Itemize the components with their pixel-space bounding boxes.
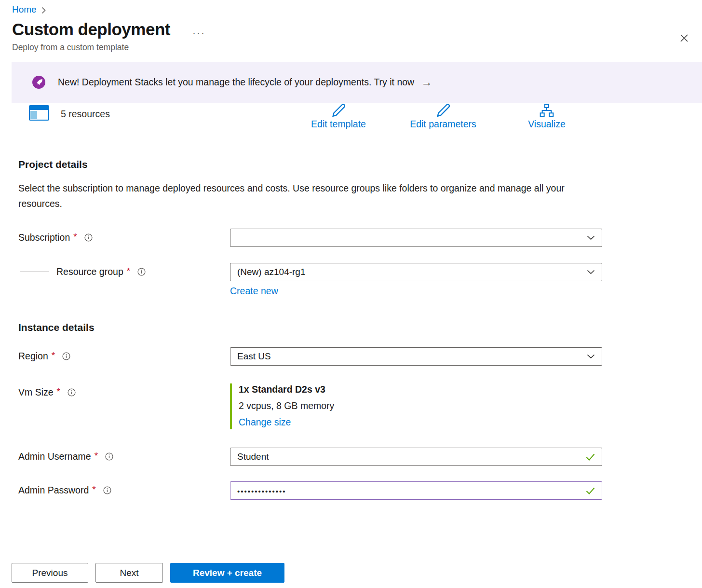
review-create-button[interactable]: Review + create	[170, 563, 284, 583]
resource-group-label-cell: Resource group *	[18, 263, 230, 277]
vm-size-selection: 1x Standard D2s v3 2 vcpus, 8 GB memory …	[230, 383, 602, 429]
admin-password-row: Admin Password * ••••••••••••••	[18, 481, 602, 500]
vm-size-label: Vm Size	[18, 387, 54, 398]
resource-group-dropdown[interactable]: (New) az104-rg1	[230, 263, 602, 281]
chevron-down-icon	[587, 235, 595, 240]
info-icon[interactable]	[103, 486, 111, 494]
vm-size-row: Vm Size * 1x Standard D2s v3 2 vcpus, 8 …	[18, 383, 602, 429]
subscription-label-cell: Subscription *	[18, 229, 230, 243]
vm-size-specs: 2 vcpus, 8 GB memory	[239, 400, 602, 411]
visualize-label: Visualize	[528, 119, 566, 130]
info-icon[interactable]	[137, 268, 146, 276]
info-icon[interactable]	[105, 452, 113, 461]
vm-size-control: 1x Standard D2s v3 2 vcpus, 8 GB memory …	[230, 383, 602, 429]
custom-deployment-page: Home Custom deployment ··· Deploy from a…	[0, 0, 702, 500]
page-title: Custom deployment	[12, 20, 170, 39]
chevron-down-icon	[587, 270, 595, 274]
indent-connector-line	[20, 248, 49, 272]
admin-password-label: Admin Password	[18, 485, 89, 496]
template-toolbar: 5 resources Edit template Edit parameter…	[0, 103, 702, 137]
page-header: Custom deployment ···	[0, 15, 702, 39]
required-asterisk: *	[57, 386, 60, 397]
region-control: East US	[230, 347, 602, 366]
deployment-stacks-banner[interactable]: New! Deployment Stacks let you manage th…	[12, 62, 702, 103]
subscription-control	[230, 229, 602, 247]
resource-group-control: (New) az104-rg1 Create new	[230, 263, 602, 297]
pencil-icon	[330, 101, 347, 118]
admin-username-row: Admin Username * Student	[18, 448, 602, 466]
info-icon[interactable]	[62, 352, 70, 360]
template-resources-icon	[28, 104, 51, 124]
pencil-icon	[434, 101, 452, 118]
required-asterisk: *	[73, 232, 77, 242]
admin-username-label-cell: Admin Username *	[18, 448, 230, 462]
form-content: Project details Select the subscription …	[0, 137, 702, 500]
breadcrumb: Home	[0, 0, 702, 15]
admin-password-input[interactable]: ••••••••••••••	[230, 481, 602, 500]
required-asterisk: *	[92, 484, 95, 495]
admin-password-control: ••••••••••••••	[230, 481, 602, 500]
footer-actions: Previous Next Review + create	[12, 563, 284, 583]
resource-group-value: (New) az104-rg1	[237, 267, 306, 277]
admin-password-value: ••••••••••••••	[237, 487, 286, 495]
breadcrumb-home-link[interactable]: Home	[12, 4, 37, 15]
admin-username-control: Student	[230, 448, 602, 466]
info-icon[interactable]	[68, 388, 76, 397]
project-details-description: Select the subscription to manage deploy…	[18, 180, 578, 211]
resources-count: 5 resources	[61, 109, 110, 120]
template-resources: 5 resources	[28, 104, 110, 124]
resource-group-label: Resource group	[56, 266, 123, 277]
resource-group-row: Resource group * (New) az104-rg1 Create …	[18, 263, 602, 297]
subscription-label: Subscription	[18, 232, 70, 243]
breadcrumb-chevron-icon	[41, 6, 46, 14]
subscription-dropdown[interactable]	[230, 229, 602, 247]
close-button[interactable]	[676, 30, 692, 48]
required-asterisk: *	[94, 451, 98, 461]
chevron-down-icon	[587, 354, 595, 359]
sitemap-icon	[539, 101, 555, 118]
region-label-cell: Region *	[18, 347, 230, 362]
admin-username-label: Admin Username	[18, 451, 91, 462]
admin-username-value: Student	[237, 451, 269, 462]
create-new-link[interactable]: Create new	[230, 286, 278, 297]
change-size-link[interactable]: Change size	[239, 417, 291, 428]
region-value: East US	[237, 351, 271, 362]
edit-parameters-link[interactable]: Edit parameters	[401, 101, 486, 130]
instance-details-heading: Instance details	[18, 322, 602, 333]
admin-password-label-cell: Admin Password *	[18, 481, 230, 496]
arrow-right-icon: →	[421, 76, 432, 89]
valid-check-icon	[586, 487, 595, 494]
project-details-heading: Project details	[18, 159, 602, 170]
edit-parameters-label: Edit parameters	[410, 119, 476, 130]
previous-button[interactable]: Previous	[12, 563, 88, 583]
more-menu-button[interactable]: ···	[192, 27, 205, 39]
region-row: Region * East US	[18, 347, 602, 366]
banner-message: New! Deployment Stacks let you manage th…	[58, 77, 414, 88]
valid-check-icon	[586, 453, 595, 461]
edit-template-label: Edit template	[311, 119, 366, 130]
rocket-icon	[32, 76, 45, 89]
required-asterisk: *	[52, 350, 55, 361]
required-asterisk: *	[127, 266, 130, 276]
next-button[interactable]: Next	[95, 563, 163, 583]
page-subtitle: Deploy from a custom template	[0, 39, 702, 53]
info-icon[interactable]	[84, 233, 93, 242]
region-dropdown[interactable]: East US	[230, 347, 602, 366]
vm-size-title: 1x Standard D2s v3	[239, 384, 602, 395]
visualize-link[interactable]: Visualize	[504, 101, 589, 130]
admin-username-input[interactable]: Student	[230, 448, 602, 466]
region-label: Region	[18, 351, 48, 362]
edit-template-link[interactable]: Edit template	[296, 101, 381, 130]
subscription-row: Subscription *	[18, 229, 602, 247]
vm-size-label-cell: Vm Size *	[18, 383, 230, 398]
